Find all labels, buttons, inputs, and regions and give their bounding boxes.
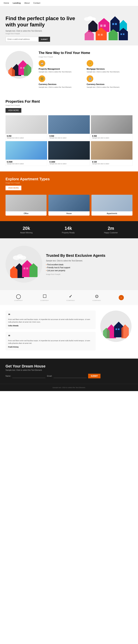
email-input[interactable] <box>5 37 39 42</box>
property-price-5: $ 150 <box>92 161 131 163</box>
dream-email-input[interactable] <box>54 374 87 378</box>
svg-rect-32 <box>8 70 15 76</box>
properties-title: Properties For Rent <box>5 100 133 104</box>
partner-1: ☐ COMPANY <box>40 294 49 301</box>
nav-home[interactable]: Home <box>4 2 9 4</box>
nav-landing[interactable]: Landing <box>13 2 21 4</box>
partner-label-1: COMPANY <box>40 300 49 301</box>
mortgage-icon: 💰 <box>87 60 93 67</box>
svg-rect-21 <box>101 34 103 36</box>
svg-rect-11 <box>115 23 117 25</box>
partners-arrow[interactable]: › <box>119 295 124 300</box>
explore-view-more[interactable]: VIEW MORE <box>5 186 21 190</box>
apt-image-office <box>5 195 47 211</box>
testimonial-author-1: Frank Kinney <box>8 346 93 348</box>
hero-sample-text: Sample text. Click to select the Text El… <box>5 30 75 32</box>
partner-label-0: COMPANY <box>14 300 23 301</box>
property-price-0: $ 250 <box>7 135 46 137</box>
dream-email-label: Email: <box>47 375 52 377</box>
service-desc-3: Sample text. Click to select the Text El… <box>87 86 133 88</box>
service-title-3: Currency Services <box>87 83 133 85</box>
testimonial-text-1: Proin sed libero enim sed faucibus turpi… <box>8 340 93 344</box>
currency-icon-2: 🏦 <box>87 75 93 82</box>
stat-number-1: 14k <box>62 226 74 231</box>
property-image-5 <box>91 141 133 160</box>
svg-rect-57 <box>122 328 129 338</box>
hero-section: Find the perfect place to live with your… <box>0 6 138 46</box>
property-card-5: $ 150 Sample text click to select <box>91 141 133 166</box>
partner-icon-1: ☐ <box>40 294 49 299</box>
svg-rect-35 <box>20 67 22 69</box>
svg-point-26 <box>90 17 96 21</box>
property-desc-5: Sample text click to select <box>92 163 131 164</box>
partner-icon-0: ◯ <box>14 294 23 299</box>
dream-name-label: Name: <box>5 375 11 377</box>
dream-house-form: Name: Email: SUBMIT <box>5 374 133 378</box>
svg-marker-52 <box>114 322 123 326</box>
apt-image-appartments <box>91 195 133 211</box>
svg-rect-36 <box>23 67 25 69</box>
explore-section: Explore Apartment Types Image from Freep… <box>0 172 138 221</box>
dream-submit-button[interactable]: SUBMIT <box>88 374 100 378</box>
svg-rect-13 <box>85 34 94 40</box>
property-price-2: $ 350 <box>92 135 131 137</box>
properties-view-more[interactable]: VIEW MORE <box>5 108 21 113</box>
currency-icon-1: 💱 <box>39 75 45 82</box>
trusted-image-credit: Image from Freepik <box>46 274 133 275</box>
nav-contact[interactable]: Contact <box>33 2 40 4</box>
property-desc-3: Sample text click to select <box>7 163 46 164</box>
partner-2: ✓ COMPANY <box>67 294 75 301</box>
svg-marker-6 <box>120 20 127 24</box>
trusted-illustration <box>5 246 42 283</box>
partner-label-2: COMPANY <box>67 300 75 301</box>
apt-card-appartments: Appartments <box>91 195 133 216</box>
apartment-types-grid: Office House Appartments <box>5 195 133 216</box>
testimonial-card-1: ❝ Proin sed libero enim sed faucibus tur… <box>5 332 96 350</box>
hero-headline: Find the perfect place to live with your… <box>5 15 75 28</box>
stat-label-1: Property Ready <box>62 232 74 234</box>
testimonial-quote-0: ❝ <box>8 313 93 317</box>
hero-illustration <box>83 10 134 43</box>
hero-image-credit: Image from Freepik <box>5 33 75 34</box>
new-way-illustration <box>5 51 33 79</box>
testimonial-quote-1: ❝ <box>8 334 93 338</box>
partner-icon-3: ⊙ <box>93 294 101 299</box>
property-image-0 <box>5 115 47 134</box>
svg-rect-15 <box>96 32 107 40</box>
apt-label-office: Office <box>5 211 47 216</box>
new-way-section: The New Way to Find Your Home Image from… <box>0 46 138 94</box>
service-currency-1: 💱 Currency Services Sample text. Click t… <box>39 75 84 88</box>
property-desc-0: Sample text click to select <box>7 137 46 139</box>
properties-grid: $ 250 Sample text click to select $ 550 … <box>5 115 133 166</box>
dream-name-input[interactable] <box>12 374 45 378</box>
submit-button[interactable]: SUBMIT <box>39 37 50 42</box>
dream-house-section: Get Your Dream House Sample text. Click … <box>0 358 138 384</box>
service-property-management: 🏠 Property Management Sample text. Click… <box>39 60 84 73</box>
property-image-4 <box>48 141 90 160</box>
svg-rect-17 <box>109 33 118 40</box>
property-price-3: $ 2500 <box>7 161 46 163</box>
service-title-0: Property Management <box>39 68 84 70</box>
footer: Sample text. Click to select the Text El… <box>0 384 138 391</box>
svg-rect-9 <box>104 24 106 27</box>
property-card-4: $ 1650 Sample text click to select <box>48 141 90 166</box>
navigation: Home Landing About Contact <box>0 0 138 6</box>
dream-house-title: Get Your Dream House <box>5 364 133 368</box>
services-grid: 🏠 Property Management Sample text. Click… <box>39 60 133 88</box>
svg-marker-39 <box>22 260 32 265</box>
stat-number-0: 20k <box>20 226 33 231</box>
trusted-bullets: Find excellent deals Friendly host & Fas… <box>46 264 133 272</box>
apt-label-appartments: Appartments <box>91 211 133 216</box>
property-price-4: $ 1650 <box>50 161 88 163</box>
properties-section: Properties For Rent Image from Freepik V… <box>0 94 138 172</box>
property-card-2: $ 350 Sample text click to select <box>91 115 133 140</box>
property-desc-4: Sample text click to select <box>50 163 88 164</box>
dream-house-sample: Sample text. Click to select the Text El… <box>5 369 133 371</box>
trusted-bullet-1: Friendly host & Fast support <box>46 266 133 268</box>
partner-icon-2: ✓ <box>67 294 75 299</box>
apt-image-house <box>48 195 89 211</box>
property-image-1 <box>48 115 90 134</box>
nav-about[interactable]: About <box>24 2 30 4</box>
testimonial-card-0: ❝ Proin sed libero enim sed faucibus tur… <box>5 310 96 329</box>
svg-marker-29 <box>18 60 28 65</box>
